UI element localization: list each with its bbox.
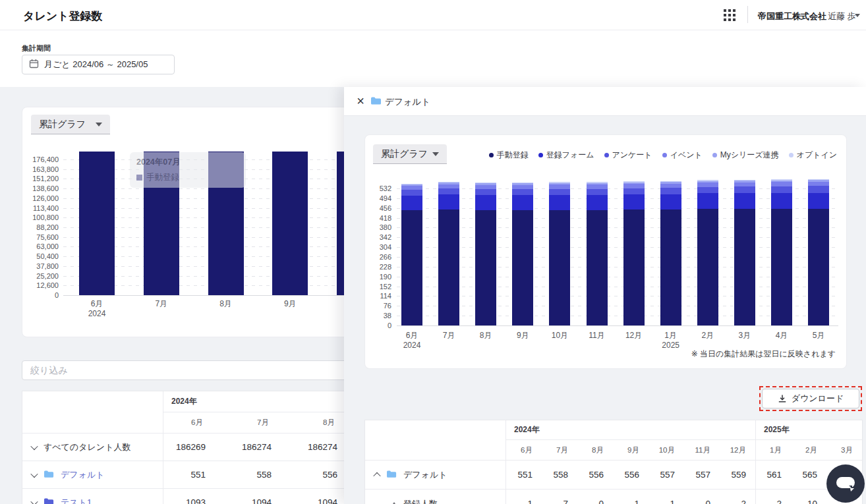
bar-segment[interactable] xyxy=(475,210,496,325)
bar-segment[interactable] xyxy=(587,195,608,210)
bar-segment[interactable] xyxy=(587,210,608,325)
bar-segment[interactable] xyxy=(808,182,829,186)
bar-segment[interactable] xyxy=(734,181,755,182)
bar-segment[interactable] xyxy=(401,186,422,190)
bar-segment[interactable] xyxy=(512,195,533,210)
bar-segment[interactable] xyxy=(771,182,792,186)
bar-segment[interactable] xyxy=(438,210,459,325)
bar-segment[interactable] xyxy=(549,182,570,183)
bar-segment[interactable] xyxy=(734,182,755,187)
bar-segment[interactable] xyxy=(401,190,422,196)
bar-segment[interactable] xyxy=(771,179,792,181)
bar-segment[interactable] xyxy=(734,209,755,325)
bar-segment[interactable] xyxy=(808,180,829,181)
bar-segment[interactable] xyxy=(475,183,496,184)
date-range-picker[interactable]: 月ごと 2024/06 ～ 2025/05 xyxy=(22,55,175,74)
bar-segment[interactable] xyxy=(697,209,718,325)
row-label-cell[interactable]: 登録人数 xyxy=(365,490,506,504)
bar-segment[interactable] xyxy=(438,188,459,194)
user-menu[interactable]: 近藤 歩 xyxy=(828,11,856,22)
bar-segment[interactable] xyxy=(512,185,533,189)
bar-segment[interactable] xyxy=(549,189,570,195)
bar-segment[interactable] xyxy=(438,184,459,188)
bar-segment[interactable] xyxy=(623,194,645,210)
bar-segment[interactable] xyxy=(697,180,718,181)
bar-segment[interactable] xyxy=(475,195,496,210)
app-grid-icon[interactable] xyxy=(723,9,736,22)
bar-segment[interactable] xyxy=(660,182,681,183)
bar-segment[interactable] xyxy=(771,181,792,182)
bar-segment[interactable] xyxy=(475,189,496,195)
table-row[interactable]: すべてのタレント人数186269186274186274 xyxy=(22,434,361,461)
bar-segment[interactable] xyxy=(623,182,645,184)
bar-segment[interactable] xyxy=(808,186,829,192)
close-icon[interactable]: × xyxy=(352,92,369,109)
bar-segment[interactable] xyxy=(401,210,422,325)
table-row[interactable]: 登録人数1701102210 xyxy=(365,490,862,504)
bar-segment[interactable] xyxy=(734,180,755,181)
chevron-down-icon[interactable] xyxy=(30,470,38,477)
bar-segment[interactable] xyxy=(475,185,496,189)
bar-segment[interactable] xyxy=(734,193,755,209)
bar-segment[interactable] xyxy=(549,184,570,189)
bar-segment[interactable] xyxy=(660,210,681,325)
bar-segment[interactable] xyxy=(549,195,570,210)
bar-segment[interactable] xyxy=(623,181,645,182)
bar-segment[interactable] xyxy=(623,184,645,188)
row-label[interactable]: デフォルト xyxy=(61,469,105,481)
bar-segment[interactable] xyxy=(401,184,422,185)
bar-segment[interactable] xyxy=(697,187,718,194)
bar-segment[interactable] xyxy=(771,186,792,193)
bar-segment[interactable] xyxy=(660,184,681,188)
chevron-up-icon[interactable] xyxy=(373,472,380,479)
bar-segment[interactable] xyxy=(734,186,755,193)
bar-segment[interactable] xyxy=(475,182,496,184)
bar-segment[interactable] xyxy=(512,182,533,184)
bar-segment[interactable] xyxy=(587,184,608,189)
bar-segment[interactable] xyxy=(660,188,681,194)
bar-segment[interactable] xyxy=(808,193,829,209)
row-label-cell[interactable]: デフォルト xyxy=(22,461,163,489)
bar-segment[interactable] xyxy=(512,189,533,195)
row-label-cell[interactable]: デフォルト xyxy=(365,461,506,490)
x-axis-label: 6月2024 xyxy=(392,331,432,350)
bar-segment[interactable] xyxy=(771,193,792,209)
bar-segment[interactable] xyxy=(808,179,829,181)
bar-segment[interactable] xyxy=(808,209,829,325)
expand-triangle-icon[interactable] xyxy=(391,502,397,504)
bar-segment[interactable] xyxy=(697,181,718,182)
chevron-down-icon[interactable] xyxy=(30,442,38,449)
bar-segment[interactable] xyxy=(79,152,115,295)
table-row[interactable]: デフォルト551558556556557557559561565 xyxy=(365,461,862,490)
bar-segment[interactable] xyxy=(587,189,608,195)
bar-segment[interactable] xyxy=(660,194,681,210)
bar-segment[interactable] xyxy=(587,183,608,184)
bar-segment[interactable] xyxy=(401,184,422,186)
bar-segment[interactable] xyxy=(438,194,459,210)
row-label-cell[interactable]: すべてのタレント人数 xyxy=(22,434,163,461)
download-button[interactable]: ダウンロード xyxy=(762,389,859,408)
bar-segment[interactable] xyxy=(623,210,645,325)
bar-segment[interactable] xyxy=(401,196,422,210)
chevron-down-icon[interactable] xyxy=(30,497,38,504)
chat-widget-button[interactable] xyxy=(826,464,865,503)
bar-segment[interactable] xyxy=(512,183,533,184)
bar-segment[interactable] xyxy=(438,182,459,183)
bar-segment[interactable] xyxy=(623,188,645,194)
bar-segment[interactable] xyxy=(771,209,792,325)
bar-segment[interactable] xyxy=(272,152,308,295)
bar-segment[interactable] xyxy=(697,193,718,209)
bar-segment[interactable] xyxy=(549,183,570,184)
bar-segment[interactable] xyxy=(549,210,570,325)
user-caret-down-icon[interactable] xyxy=(855,14,860,17)
table-row[interactable]: テスト1109310941094 xyxy=(22,489,361,504)
bar-segment[interactable] xyxy=(660,181,681,182)
table-row[interactable]: デフォルト551558556 xyxy=(22,461,361,489)
bar-segment[interactable] xyxy=(438,182,459,184)
bar-segment[interactable] xyxy=(697,182,718,187)
cell-value: 1 xyxy=(527,499,533,504)
row-label[interactable]: テスト1 xyxy=(61,497,92,504)
row-label-cell[interactable]: テスト1 xyxy=(22,489,163,504)
bar-segment[interactable] xyxy=(512,210,533,325)
bar-segment[interactable] xyxy=(587,182,608,183)
